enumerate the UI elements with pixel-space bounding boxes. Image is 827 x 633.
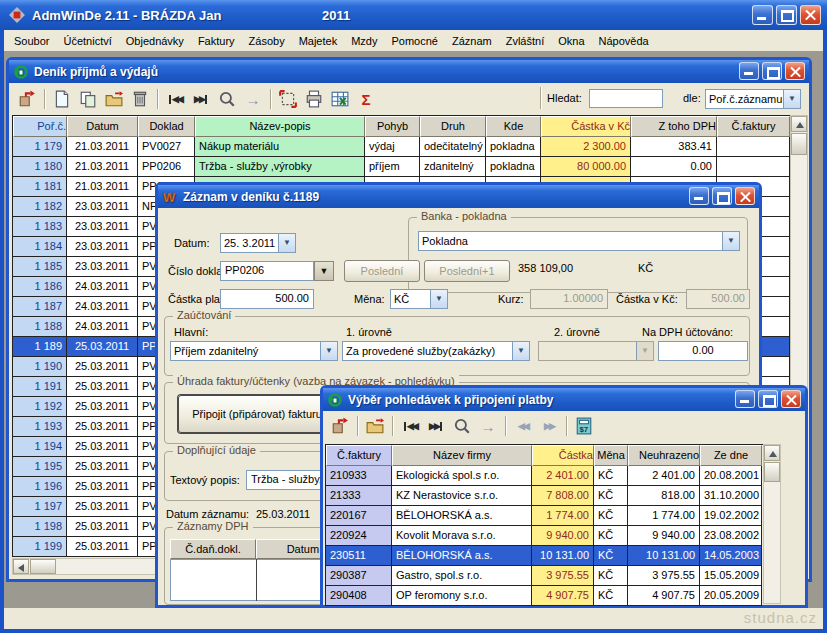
castka-platby-input[interactable]: 500.00 [220,289,314,309]
app-titlebar[interactable]: AdmWinDe 2.11 - BRÁZDA Jan 2011 [0,0,827,30]
menu-item[interactable]: Okna [551,33,591,49]
search-input[interactable] [589,89,663,108]
pripojit-fakturu-button[interactable]: Připojit (připárovat) fakturu [178,395,336,433]
menu-item[interactable]: Účetnictví [56,33,118,49]
menu-item[interactable]: Majetek [292,33,345,49]
uroven1-select[interactable]: Za provedené služby(zakázky) ▼ [342,341,530,361]
zaznam-minimize-button[interactable] [689,187,709,205]
table-row[interactable]: 1 180 21.03.2011 PP0206 Tržba - služby ,… [13,157,791,177]
vyber-maximize-button[interactable] [758,390,778,408]
table-row[interactable]: 210933 Ekologická spol.s r.o. 2 401.00 K… [326,466,763,486]
scroll-thumb[interactable] [30,559,56,574]
menu-item[interactable]: Zásoby [242,33,292,49]
vyber-minimize-button[interactable] [735,390,755,408]
column-header[interactable]: Neuhrazeno [628,445,700,466]
scroll-up-icon[interactable] [764,445,780,461]
first-record-icon[interactable]: ◀◀ [163,87,187,111]
table-row[interactable]: 1 179 21.03.2011 PV0027 Nákup materiálu … [13,137,791,157]
dropdown-arrow-icon[interactable]: ▼ [512,342,529,360]
column-header[interactable]: Název-popis [195,116,365,137]
menu-item[interactable]: Faktury [191,33,242,49]
dph-col-header[interactable]: Č.daň.dokl. [170,539,256,559]
cislo-dokladu-input[interactable]: PP0206 [220,261,314,281]
denik-maximize-button[interactable] [762,62,782,80]
last-record-icon[interactable]: ▶▶ [424,414,448,438]
column-header[interactable]: Částka v Kč [541,116,631,137]
search-icon[interactable] [215,87,239,111]
column-header[interactable]: Poř.č. [13,116,67,137]
column-header[interactable]: Č.faktury [717,116,790,137]
search-icon[interactable] [450,414,474,438]
vyber-titlebar[interactable]: Výběr pohledávek k připojení platby [323,388,805,411]
table-row[interactable]: 230511 BĚLOHORSKÁ a.s. 10 131.00 KČ 10 1… [326,546,763,566]
doklad-dropdown-button[interactable]: ▼ [314,261,334,281]
search-by-select[interactable]: Poř.č.záznamu ▼ [705,89,801,109]
table-row[interactable]: 220167 BĚLOHORSKÁ a.s. 1 774.00 KČ 1 774… [326,506,763,526]
menu-item[interactable]: Pomocné [384,33,444,49]
column-header[interactable]: Z toho DPH [631,116,717,137]
exit-icon[interactable] [328,414,352,438]
app-minimize-button[interactable] [752,5,773,25]
receivables-vscrollbar[interactable] [763,444,781,604]
payments-icon[interactable]: $7 [572,414,596,438]
previous-page-icon[interactable]: ◀◀ [511,414,535,438]
denik-close-button[interactable] [785,62,805,80]
column-header[interactable]: Doklad [138,116,195,137]
banka-select[interactable]: Pokladna ▼ [418,231,740,251]
datum-select[interactable]: 25. 3.2011 ▼ [220,233,296,253]
table-row[interactable]: 290387 Gastro, spol.s r.o. 3 975.55 KČ 3… [326,566,763,586]
menu-item[interactable]: Mzdy [344,33,384,49]
go-to-icon[interactable]: → [241,87,265,111]
zaznam-maximize-button[interactable] [712,187,732,205]
go-to-icon[interactable]: → [476,414,500,438]
zaznam-close-button[interactable] [735,187,755,205]
first-record-icon[interactable]: ◀◀ [398,414,422,438]
print-icon[interactable] [302,87,326,111]
scroll-thumb[interactable] [764,462,780,482]
column-header[interactable]: Částka [532,445,594,466]
next-page-icon[interactable]: ▶▶ [537,414,561,438]
column-header[interactable]: Datum [67,116,138,137]
delete-record-icon[interactable] [128,87,152,111]
dropdown-arrow-icon[interactable]: ▼ [430,290,447,308]
posledni-plus-button[interactable]: Poslední+1 [424,260,510,282]
app-maximize-button[interactable] [776,5,797,25]
scroll-thumb[interactable] [791,133,807,155]
copy-record-icon[interactable] [76,87,100,111]
table-row[interactable]: 21333 KZ Nerastovice s.r.o. 7 808.00 KČ … [326,486,763,506]
mena-select[interactable]: KČ ▼ [390,289,448,309]
select-columns-icon[interactable] [276,87,300,111]
export-excel-icon[interactable] [328,87,352,111]
menu-item[interactable]: Soubor [7,33,56,49]
dropdown-arrow-icon[interactable]: ▼ [320,342,337,360]
new-record-icon[interactable] [50,87,74,111]
app-close-button[interactable] [800,5,821,25]
column-header[interactable]: Č.faktury [326,445,392,466]
column-header[interactable]: Kde [486,116,541,137]
column-header[interactable]: Druh [420,116,486,137]
menu-item[interactable]: Zvláštní [499,33,552,49]
column-header[interactable]: Název firmy [392,445,532,466]
sum-icon[interactable]: Σ [354,87,378,111]
menu-item[interactable]: Záznam [445,33,499,49]
dropdown-arrow-icon[interactable]: ▼ [783,90,800,108]
hlavni-select[interactable]: Příjem zdanitelný ▼ [170,341,338,361]
scroll-up-icon[interactable] [791,116,807,132]
dropdown-arrow-icon[interactable]: ▼ [278,234,295,252]
column-header[interactable]: Ze dne [700,445,762,466]
menu-item[interactable]: Nápověda [592,33,656,49]
open-record-icon[interactable] [102,87,126,111]
last-record-icon[interactable]: ▶▶ [189,87,213,111]
table-row[interactable]: 290408 OP feromony s.r.o. 4 907.75 KČ 4 … [326,586,763,606]
denik-minimize-button[interactable] [739,62,759,80]
column-header[interactable]: Měna [594,445,628,466]
menu-item[interactable]: Objednávky [119,33,191,49]
table-row[interactable]: 220924 Kovolit Morava s.r.o. 9 940.00 KČ… [326,526,763,546]
denik-titlebar[interactable]: Deník příjmů a výdajů [9,60,809,83]
column-header[interactable]: Pohyb [365,116,420,137]
exit-icon[interactable] [15,87,39,111]
dph-uctovano-input[interactable]: 0.00 [658,341,748,361]
posledni-button[interactable]: Poslední [344,260,420,282]
dropdown-arrow-icon[interactable]: ▼ [722,232,739,250]
scroll-left-icon[interactable] [13,559,29,574]
